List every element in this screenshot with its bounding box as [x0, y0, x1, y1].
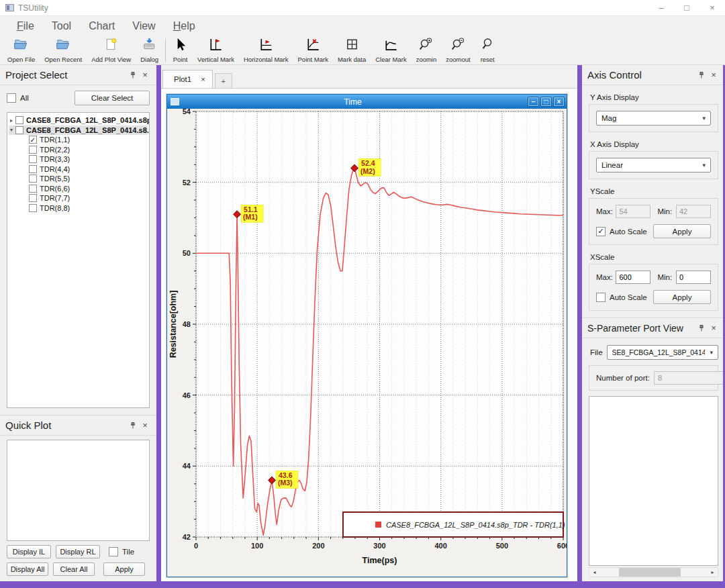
panel-separator[interactable]: [577, 65, 582, 581]
yscale-apply-button[interactable]: Apply: [653, 224, 711, 238]
plot-window-titlebar[interactable]: Time – □ ×: [167, 95, 567, 109]
axis-control-header: Axis Control ×: [582, 65, 725, 85]
tree-collapsed-icon[interactable]: ▸: [10, 117, 13, 124]
y-tick-label: 52: [183, 179, 191, 187]
yscale-min-input[interactable]: [676, 205, 711, 218]
clear-all-button[interactable]: Clear All: [53, 562, 95, 576]
tree-expanded-icon[interactable]: ▾: [10, 127, 13, 133]
menu-tool[interactable]: Tool: [43, 19, 80, 34]
tree-item-tdr11[interactable]: ✓ TDR(1,1): [9, 135, 148, 145]
maximize-button[interactable]: □: [674, 0, 699, 15]
horizontal-scrollbar[interactable]: ◂ ▸: [589, 567, 718, 577]
mark-name-label: (M2): [360, 167, 375, 175]
tile-checkbox[interactable]: [109, 547, 118, 556]
yscale-autoscale-checkbox[interactable]: ✓: [596, 227, 606, 236]
scrollbar-thumb[interactable]: [619, 568, 681, 577]
xscale-autoscale-checkbox[interactable]: [596, 293, 606, 302]
point-mark-button[interactable]: Point Mark: [293, 36, 333, 64]
plot-minimize-button[interactable]: –: [528, 97, 539, 107]
yscale-max-input[interactable]: [616, 205, 650, 218]
menu-view[interactable]: View: [124, 19, 164, 34]
open-file-button[interactable]: Open File: [3, 36, 40, 64]
pin-icon[interactable]: [127, 420, 139, 432]
horizontal-mark-icon: [258, 37, 274, 55]
axis-control-panel: Axis Control × Y Axis Display Mag ▾ X Ax…: [582, 65, 725, 317]
tree-item-tdr66[interactable]: TDR(6,6): [9, 184, 148, 194]
panel-separator[interactable]: [156, 65, 161, 581]
pin-icon[interactable]: [695, 69, 708, 81]
close-icon[interactable]: ×: [139, 420, 151, 432]
checkbox[interactable]: [29, 194, 37, 202]
port-count-input[interactable]: [654, 371, 725, 385]
scrollbar-track[interactable]: [599, 568, 708, 577]
dialog-button[interactable]: Dialog: [136, 36, 163, 64]
close-icon[interactable]: ×: [708, 322, 720, 334]
quick-plot-apply-button[interactable]: Apply: [103, 562, 145, 576]
x-axis-display-combo[interactable]: Linear ▾: [596, 158, 711, 173]
sparam-port-list[interactable]: [589, 396, 718, 566]
plot-maximize-button[interactable]: □: [540, 97, 552, 107]
pin-icon[interactable]: [127, 69, 139, 81]
checkbox[interactable]: [15, 126, 23, 134]
tree-item-tdr22[interactable]: TDR(2,2): [9, 145, 148, 155]
tree-item-tdr88[interactable]: TDR(8,8): [9, 203, 148, 213]
x-axis-title: Time(ps): [362, 556, 397, 565]
mark-data-button[interactable]: Mark data: [333, 36, 371, 64]
all-checkbox[interactable]: [7, 93, 16, 103]
tdr-chart[interactable]: 010020030040050060042444648505254Time(ps…: [167, 109, 567, 577]
xscale-min-input[interactable]: [676, 271, 711, 284]
checkbox[interactable]: ✓: [29, 136, 37, 144]
x-tick-label: 200: [312, 542, 324, 550]
tree-item-tdr55[interactable]: TDR(5,5): [9, 174, 148, 184]
minimize-button[interactable]: –: [648, 0, 674, 15]
vertical-mark-button[interactable]: Vertical Mark: [193, 36, 239, 64]
x-tick-label: 500: [496, 542, 508, 550]
clear-select-button[interactable]: Clear Select: [75, 91, 150, 105]
mark-value-label: 43.6: [279, 471, 293, 479]
open-recent-button[interactable]: Open Recent: [40, 36, 87, 64]
add-plot-view-button[interactable]: Add Plot View: [87, 36, 136, 64]
tab-plot1[interactable]: Plot1 ×: [162, 70, 213, 88]
x-tick-label: 600: [557, 542, 567, 550]
tree-item-tdr44[interactable]: TDR(4,4): [9, 164, 148, 175]
close-icon[interactable]: ×: [708, 69, 720, 81]
horizontal-mark-button[interactable]: Horizontal Mark: [239, 36, 293, 64]
display-il-button[interactable]: Display IL: [7, 545, 51, 558]
checkbox[interactable]: [29, 204, 37, 212]
file-combo[interactable]: SE8_FCBGA_12L_S8P_0414.s8p_TDR ▾: [607, 345, 718, 360]
point-button[interactable]: Point: [168, 36, 193, 64]
checkbox[interactable]: [29, 175, 37, 183]
tree-item-case8-1[interactable]: ▸ CASE8_FCBGA_12L_S8P_0414.s8p: [9, 115, 148, 126]
legend-marker: [375, 522, 381, 528]
zoomin-button[interactable]: zoomin: [412, 36, 442, 64]
zoomout-button[interactable]: zoomout: [441, 36, 475, 64]
tree-item-case8-2[interactable]: ▾ CASE8_FCBGA_12L_S8P_0414.s8...: [9, 126, 148, 136]
xscale-apply-button[interactable]: Apply: [653, 290, 711, 304]
clear-mark-button[interactable]: Clear Mark: [371, 36, 411, 64]
chevron-down-icon: ▾: [697, 115, 710, 121]
axis-control-title: Axis Control: [587, 69, 642, 81]
menu-help[interactable]: Help: [164, 19, 204, 34]
tree-item-tdr77[interactable]: TDR(7,7): [9, 193, 148, 203]
new-tab-button[interactable]: +: [215, 73, 232, 88]
y-axis-display-combo[interactable]: Mag ▾: [596, 111, 711, 126]
display-all-button[interactable]: Display All: [7, 562, 48, 576]
display-rl-button[interactable]: Display RL: [56, 545, 100, 558]
scroll-left-icon[interactable]: ◂: [589, 568, 599, 577]
tab-close-icon[interactable]: ×: [201, 75, 205, 83]
tree-item-tdr33[interactable]: TDR(3,3): [9, 154, 148, 164]
menu-file[interactable]: File: [8, 19, 43, 34]
plot-close-button[interactable]: ×: [553, 97, 565, 107]
menu-chart[interactable]: Chart: [80, 19, 124, 34]
pin-icon[interactable]: [695, 322, 708, 334]
scroll-right-icon[interactable]: ▸: [708, 568, 718, 577]
xscale-max-input[interactable]: [616, 271, 650, 284]
checkbox[interactable]: [29, 185, 37, 193]
checkbox[interactable]: [29, 146, 37, 154]
checkbox[interactable]: [15, 116, 23, 124]
reset-button[interactable]: reset: [475, 36, 500, 64]
close-icon[interactable]: ×: [139, 69, 151, 81]
checkbox[interactable]: [29, 155, 37, 163]
checkbox[interactable]: [29, 165, 37, 173]
close-button[interactable]: ×: [699, 0, 725, 15]
